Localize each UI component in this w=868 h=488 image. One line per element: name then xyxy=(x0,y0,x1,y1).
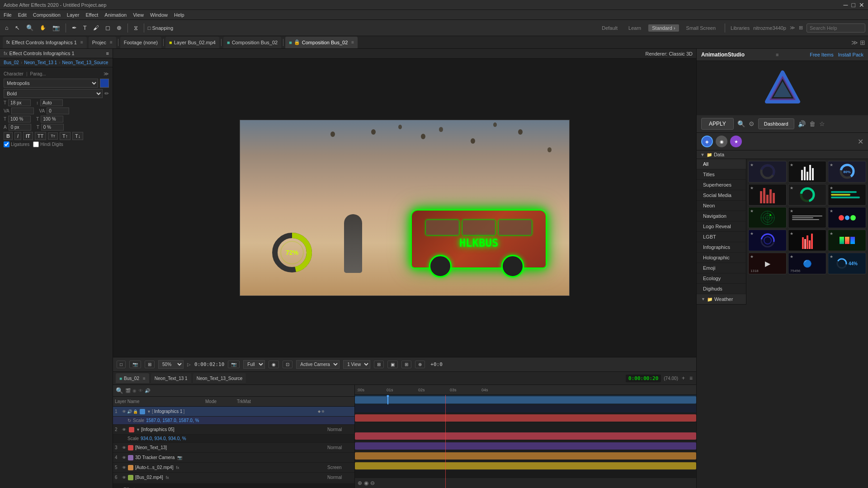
cat-infographics[interactable]: Infographics xyxy=(697,242,746,253)
search-icon[interactable]: 🔍 xyxy=(737,120,745,127)
cat-emoji[interactable]: Emoji xyxy=(697,263,746,273)
hindi-check[interactable] xyxy=(33,141,39,147)
preset-star-11[interactable]: ★ xyxy=(790,231,793,236)
style-bold[interactable]: B xyxy=(4,132,13,140)
preset-star-10[interactable]: ★ xyxy=(750,231,754,236)
stereo-btn[interactable]: ◉ xyxy=(269,361,279,368)
workspace-standard[interactable]: Standard › xyxy=(648,24,679,32)
tl-menu-btn[interactable]: ≡ xyxy=(689,374,693,382)
layer-row-2[interactable]: 2 👁 ▼ [Infographics 05] Normal xyxy=(113,425,354,435)
font-weight-select[interactable]: Bold xyxy=(4,89,103,98)
preset-star-9[interactable]: ★ xyxy=(830,209,833,213)
eraser-tool[interactable]: ◻ xyxy=(103,23,113,33)
workspace-learn[interactable]: Learn xyxy=(625,24,645,32)
preset-nav-lines[interactable]: ★ xyxy=(788,207,826,229)
scale-value-1[interactable]: 1587.0, 1587.0, 1587.0, % xyxy=(146,418,199,423)
tl-tab-neon1[interactable]: Neon_Text_13 1 xyxy=(151,373,191,383)
puppet-tool[interactable]: ⧖ xyxy=(132,23,140,33)
viewer[interactable]: HLKBUS xyxy=(113,59,696,357)
tab-comp-bus[interactable]: ■ Composition Bus_02 xyxy=(223,37,281,48)
style-smallcaps[interactable]: Tт xyxy=(48,132,58,140)
cat-holographic[interactable]: Holographic xyxy=(697,253,746,263)
star-icon[interactable]: ☆ xyxy=(819,120,825,127)
hand-tool[interactable]: ✋ xyxy=(38,23,48,32)
apply-button[interactable]: APPLY xyxy=(701,118,734,130)
view-grid-btn[interactable]: ⊞ xyxy=(401,361,411,368)
pen-tool[interactable]: ✒ xyxy=(70,23,79,33)
preset-star-3[interactable]: ★ xyxy=(830,163,833,167)
rp-menu-icon[interactable]: ≡ xyxy=(776,52,778,57)
layer-row-3[interactable]: 3 👁 [Neon_Text_13] Normal xyxy=(113,443,354,453)
settings-icon[interactable]: ⚙ xyxy=(749,120,755,127)
workspace-default[interactable]: Default xyxy=(598,24,621,32)
menu-file[interactable]: File xyxy=(4,12,12,18)
preset-holo-color[interactable]: ★ xyxy=(828,230,866,251)
home-tool[interactable]: ⌂ xyxy=(3,23,11,33)
view-options-btn[interactable]: ⊞ xyxy=(374,361,384,368)
camera-select[interactable]: Active Camera xyxy=(296,360,340,369)
panel-menu-icon[interactable]: ≡ xyxy=(106,51,109,56)
preset-44pct[interactable]: ★ 44% xyxy=(828,253,866,274)
time-ruler[interactable]: :00s 01s 02s 03s 04s Time Ruler (Click t… xyxy=(355,385,696,395)
rp-content[interactable]: All Titles Superheroes Social Media Neon… xyxy=(697,159,868,488)
expand-icon[interactable]: ≫ xyxy=(790,25,795,31)
preset-donut-green[interactable]: ★ xyxy=(788,184,826,206)
bc-item3[interactable]: Neon_Text_13_Source xyxy=(62,60,108,65)
tab-comp-bus-active[interactable]: ■ 🔒 Composition Bus_02 ≡ xyxy=(285,37,358,48)
expand-tabs-icon[interactable]: ≫ xyxy=(851,39,858,46)
search-tool[interactable]: 🔍 xyxy=(24,23,36,33)
menu-effect[interactable]: Effect xyxy=(85,12,98,18)
tl-tab-bus02[interactable]: ■ Bus_02 ≡ xyxy=(116,373,149,383)
cat-titles[interactable]: Titles xyxy=(697,169,746,180)
layer-eye-4[interactable]: 👁 xyxy=(122,455,126,460)
layer-row-5[interactable]: 5 👁 [Auto-t...s_02.mp4] fx Screen xyxy=(113,463,354,473)
menu-help[interactable]: Help xyxy=(174,12,184,18)
tl-zoom-in-btn[interactable]: ◉ xyxy=(364,480,368,486)
layer-row-4[interactable]: 4 👁 3D Tracker Camera 📷 xyxy=(113,453,354,463)
menu-composition[interactable]: Composition xyxy=(33,12,61,18)
char-menu-icon[interactable]: ≫ xyxy=(104,71,109,77)
cat-social[interactable]: Social Media xyxy=(697,190,746,201)
expand-1[interactable]: ▼ xyxy=(147,409,151,414)
zoom-select[interactable]: 50% 100% xyxy=(158,360,184,369)
cat-neon[interactable]: Neon xyxy=(697,201,746,211)
minimize-btn[interactable]: ─ xyxy=(844,1,848,9)
effects-header[interactable]: ▼ Effects xyxy=(117,485,351,488)
layer-audio-1[interactable]: 🔊 xyxy=(127,409,132,414)
layer-lock-1[interactable]: 🔒 xyxy=(133,409,138,414)
link-free-items[interactable]: Free Items xyxy=(810,52,834,57)
preset-star-5[interactable]: ★ xyxy=(790,186,793,190)
delete-icon[interactable]: 🗑 xyxy=(809,120,816,127)
workspace-smallscreen[interactable]: Small Screen xyxy=(683,24,719,32)
view-select[interactable]: 1 View xyxy=(343,360,370,369)
tab-close-project[interactable]: ≡ xyxy=(110,40,113,45)
preset-emoji-1[interactable]: ★ ▶ 1318 xyxy=(748,253,787,274)
cat-lgbt[interactable]: LGBT xyxy=(697,232,746,242)
scale-h-input[interactable] xyxy=(8,116,31,122)
tab-footage[interactable]: Footage (none) xyxy=(120,37,161,48)
style-sup[interactable]: T↑ xyxy=(60,132,71,140)
scale-value-2[interactable]: 934.0, 934.0, 934.0, % xyxy=(141,436,186,441)
text-tool[interactable]: T xyxy=(81,23,89,33)
preset-star-14[interactable]: ★ xyxy=(790,254,793,259)
layer-row-1[interactable]: 1 👁 🔊 🔒 ▼ [ Infographics 1 ] ◆ ⊕ xyxy=(113,407,354,417)
viewer-grid-btn[interactable]: ⊞ xyxy=(145,361,155,368)
preset-circle-dark[interactable]: ★ xyxy=(748,161,787,183)
brush-tool[interactable]: 🖌 xyxy=(91,23,101,33)
layer-row-6[interactable]: 6 👁 [Bus_02.mp4] fx Normal xyxy=(113,473,354,483)
menu-layer[interactable]: Layer xyxy=(67,12,80,18)
style-sub[interactable]: T↓ xyxy=(72,132,83,140)
menu-edit[interactable]: Edit xyxy=(18,12,27,18)
bc-item2[interactable]: Neon_Text_13 1 xyxy=(24,60,57,65)
tab-menu-icon[interactable]: ≡ xyxy=(351,40,354,45)
font-color-btn[interactable] xyxy=(100,79,109,88)
camera-icon-btn[interactable]: 📷 xyxy=(228,361,240,368)
filter-icon-grey[interactable]: ◉ xyxy=(716,136,727,147)
preset-circle-blue-pct[interactable]: ★ 80% xyxy=(828,161,866,183)
menu-window[interactable]: Window xyxy=(150,12,168,18)
expand-2[interactable]: ▼ xyxy=(136,427,140,432)
quality-select[interactable]: Full Half xyxy=(243,360,265,369)
preset-star-4[interactable]: ★ xyxy=(750,186,754,190)
preset-star-1[interactable]: ★ xyxy=(750,163,754,167)
preset-star-2[interactable]: ★ xyxy=(790,163,793,167)
